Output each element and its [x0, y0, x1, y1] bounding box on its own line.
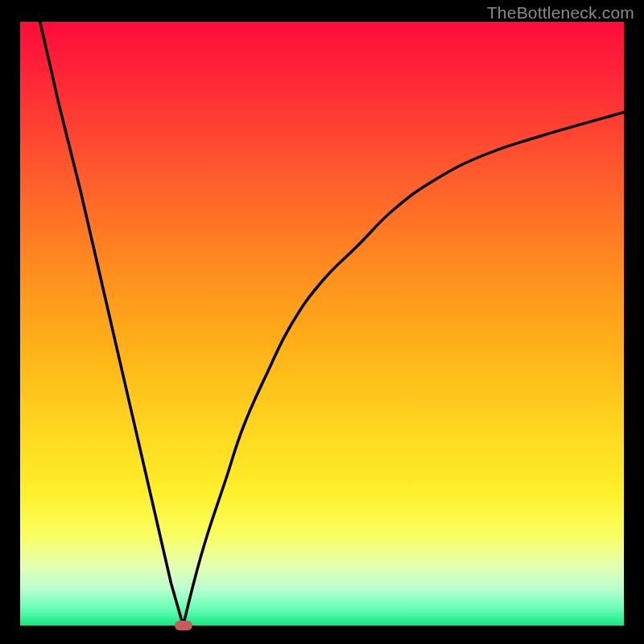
bottleneck-curve	[20, 22, 624, 625]
optimal-point-marker	[175, 621, 192, 630]
plot-area	[20, 22, 624, 625]
watermark-text: TheBottleneck.com	[487, 3, 634, 23]
